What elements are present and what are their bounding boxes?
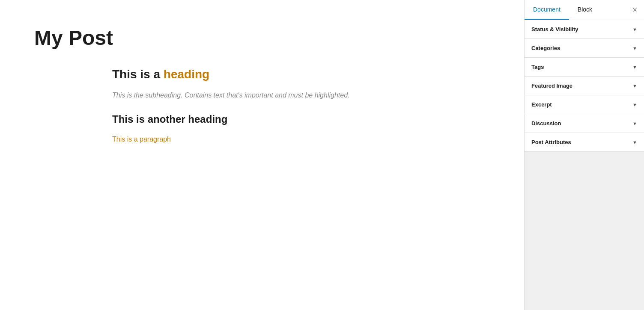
post-title[interactable]: My Post — [34, 26, 490, 50]
content-heading1: This is a heading — [112, 68, 412, 81]
close-button[interactable]: × — [626, 2, 644, 18]
panel-section-status-visibility: Status & Visibility ▼ — [525, 20, 644, 39]
editor-content: This is a heading This is the subheading… — [112, 68, 412, 145]
sidebar-empty-area — [525, 165, 644, 310]
sidebar: Document Block × Status & Visibility ▼ C… — [524, 0, 644, 310]
chevron-down-icon: ▼ — [632, 140, 637, 145]
chevron-down-icon: ▼ — [632, 65, 637, 70]
panel-header-categories[interactable]: Categories ▼ — [525, 39, 644, 57]
chevron-down-icon: ▼ — [632, 121, 637, 126]
content-heading2: This is another heading — [112, 113, 412, 125]
editor-area: My Post This is a heading This is the su… — [0, 0, 524, 310]
panel-section-tags: Tags ▼ — [525, 58, 644, 77]
panel-title-categories: Categories — [531, 45, 560, 51]
panel-title-status-visibility: Status & Visibility — [531, 26, 578, 32]
tab-document[interactable]: Document — [525, 0, 569, 20]
panel-section-excerpt: Excerpt ▼ — [525, 95, 644, 114]
panel-header-excerpt[interactable]: Excerpt ▼ — [525, 95, 644, 114]
panel-section-post-attributes: Post Attributes ▼ — [525, 133, 644, 152]
chevron-down-icon: ▼ — [632, 102, 637, 107]
chevron-down-icon: ▼ — [632, 83, 637, 89]
panel-header-featured-image[interactable]: Featured Image ▼ — [525, 77, 644, 95]
panel-section-categories: Categories ▼ — [525, 39, 644, 58]
panel-title-discussion: Discussion — [531, 120, 561, 127]
content-paragraph: This is a paragraph — [112, 134, 412, 145]
chevron-down-icon: ▼ — [632, 46, 637, 51]
panel-header-post-attributes[interactable]: Post Attributes ▼ — [525, 133, 644, 151]
panel-title-tags: Tags — [531, 64, 544, 70]
panel-section-featured-image: Featured Image ▼ — [525, 77, 644, 95]
panel-header-status-visibility[interactable]: Status & Visibility ▼ — [525, 20, 644, 38]
heading1-highlight: heading — [164, 68, 209, 81]
sidebar-panels: Status & Visibility ▼ Categories ▼ Tags … — [525, 20, 644, 165]
panel-title-post-attributes: Post Attributes — [531, 139, 571, 145]
panel-header-tags[interactable]: Tags ▼ — [525, 58, 644, 76]
heading1-prefix: This is a — [112, 68, 164, 81]
sidebar-header: Document Block × — [525, 0, 644, 20]
content-subheading: This is the subheading. Contains text th… — [112, 90, 412, 101]
panel-title-featured-image: Featured Image — [531, 83, 572, 89]
panel-header-discussion[interactable]: Discussion ▼ — [525, 114, 644, 133]
panel-section-discussion: Discussion ▼ — [525, 114, 644, 133]
panel-title-excerpt: Excerpt — [531, 101, 552, 108]
tab-block[interactable]: Block — [569, 0, 601, 20]
chevron-down-icon: ▼ — [632, 27, 637, 32]
